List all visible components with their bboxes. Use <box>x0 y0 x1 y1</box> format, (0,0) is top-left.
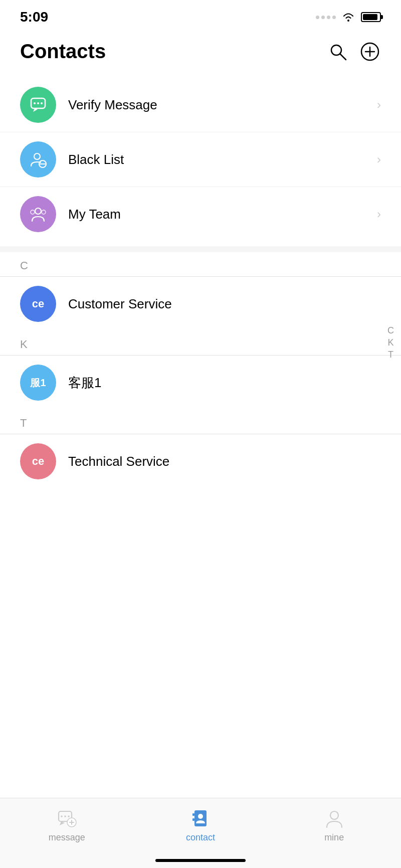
verify-message-label: Verify Message <box>68 97 377 113</box>
nav-message-label: message <box>49 832 85 843</box>
nav-contact-icon <box>189 807 212 829</box>
black-list-avatar <box>20 141 56 178</box>
section-c: C ce Customer Service <box>0 252 401 331</box>
svg-point-7 <box>34 102 36 104</box>
alpha-k[interactable]: K <box>387 338 393 347</box>
home-indicator <box>155 859 246 862</box>
bottom-nav: message contact mine <box>0 798 401 868</box>
svg-point-8 <box>37 102 39 104</box>
person-icon <box>324 808 344 828</box>
section-divider <box>0 246 401 252</box>
nav-message-icon <box>56 807 78 829</box>
signal-icon <box>316 16 336 19</box>
svg-point-19 <box>68 815 70 817</box>
alpha-c[interactable]: C <box>387 326 394 335</box>
black-list-item[interactable]: Black List › <box>0 132 401 187</box>
customer-service-name: Customer Service <box>68 296 172 312</box>
kefu1-item[interactable]: 服1 客服1 <box>0 356 401 410</box>
alpha-t[interactable]: T <box>388 350 393 359</box>
team-icon <box>29 205 48 224</box>
my-team-label: My Team <box>68 207 377 222</box>
status-time: 5:09 <box>20 9 48 25</box>
section-t-letter: T <box>20 417 27 429</box>
my-team-avatar <box>20 196 56 232</box>
svg-point-27 <box>330 811 338 819</box>
black-list-chevron: › <box>377 152 381 166</box>
svg-point-1 <box>331 45 341 55</box>
message-icon <box>57 808 77 828</box>
section-t-header: T <box>0 410 401 434</box>
header: Contacts <box>0 30 401 73</box>
section-k-header: K <box>0 331 401 355</box>
black-list-label: Black List <box>68 152 377 167</box>
svg-point-26 <box>198 814 203 819</box>
kefu1-avatar: 服1 <box>20 365 56 401</box>
nav-mine-icon <box>323 807 345 829</box>
status-icons <box>316 11 381 23</box>
verify-message-item[interactable]: Verify Message › <box>0 78 401 132</box>
svg-point-13 <box>35 208 41 214</box>
svg-rect-25 <box>192 818 194 821</box>
wifi-icon <box>341 11 356 23</box>
kefu1-name: 客服1 <box>68 374 101 392</box>
nav-mine[interactable]: mine <box>304 807 364 843</box>
nav-contact-label: contact <box>186 832 215 843</box>
svg-point-9 <box>41 102 43 104</box>
special-items-list: Verify Message › Black List › My Team › <box>0 73 401 246</box>
section-c-header: C <box>0 252 401 276</box>
contacts-icon <box>190 808 211 828</box>
technical-service-item[interactable]: ce Technical Service <box>0 434 401 488</box>
svg-point-10 <box>34 153 40 159</box>
page-title: Contacts <box>20 40 106 63</box>
technical-service-avatar: ce <box>20 443 56 479</box>
header-actions <box>327 41 381 63</box>
svg-point-0 <box>347 20 349 22</box>
nav-message[interactable]: message <box>37 807 97 843</box>
add-icon <box>360 42 379 61</box>
section-c-letter: C <box>20 259 28 272</box>
technical-service-name: Technical Service <box>68 454 169 469</box>
status-bar: 5:09 <box>0 0 401 30</box>
my-team-chevron: › <box>377 207 381 221</box>
nav-contact[interactable]: contact <box>170 807 231 843</box>
section-k-letter: K <box>20 338 28 351</box>
svg-point-14 <box>31 210 35 214</box>
verify-message-avatar <box>20 87 56 123</box>
section-t: T ce Technical Service <box>0 410 401 488</box>
add-button[interactable] <box>359 41 381 63</box>
svg-point-18 <box>65 815 67 817</box>
nav-mine-label: mine <box>324 832 344 843</box>
search-icon <box>328 42 347 61</box>
alpha-index: C K T <box>387 326 394 359</box>
battery-icon <box>361 12 381 22</box>
user-block-icon <box>29 150 48 169</box>
section-k: K 服1 客服1 <box>0 331 401 410</box>
my-team-item[interactable]: My Team › <box>0 187 401 241</box>
svg-point-15 <box>42 210 46 214</box>
search-button[interactable] <box>327 41 349 63</box>
verify-message-chevron: › <box>377 98 381 112</box>
chat-bubble-icon <box>29 95 48 114</box>
svg-line-2 <box>340 54 346 60</box>
svg-rect-24 <box>192 813 194 816</box>
customer-service-avatar: ce <box>20 286 56 322</box>
customer-service-item[interactable]: ce Customer Service <box>0 277 401 331</box>
svg-point-17 <box>61 815 63 817</box>
